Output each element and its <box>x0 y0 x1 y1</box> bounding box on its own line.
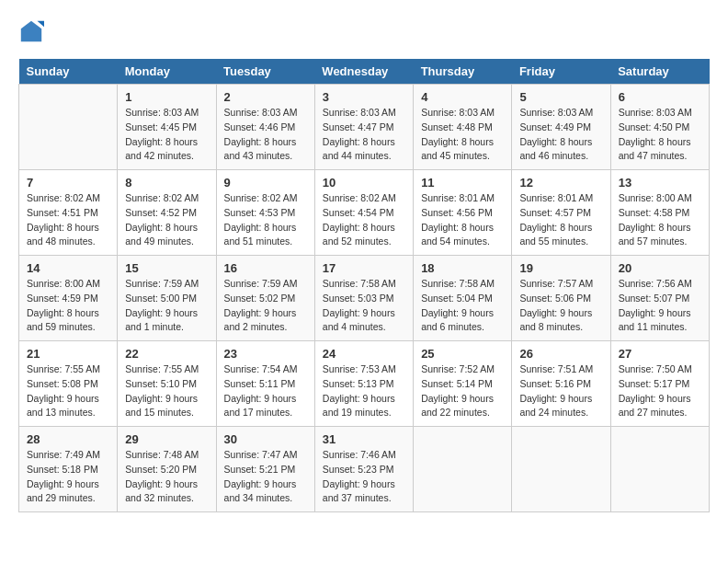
calendar-cell: 3Sunrise: 8:03 AMSunset: 4:47 PMDaylight… <box>314 85 413 170</box>
day-number: 7 <box>27 176 109 190</box>
calendar-cell: 6Sunrise: 8:03 AMSunset: 4:50 PMDaylight… <box>610 85 709 170</box>
calendar-cell <box>19 85 118 170</box>
calendar-cell: 16Sunrise: 7:59 AMSunset: 5:02 PMDayligh… <box>216 256 314 341</box>
day-number: 11 <box>421 176 504 190</box>
weekday-header-wednesday: Wednesday <box>314 59 413 85</box>
svg-marker-0 <box>21 21 41 41</box>
calendar-cell: 9Sunrise: 8:02 AMSunset: 4:53 PMDaylight… <box>216 170 314 256</box>
day-number: 6 <box>619 90 701 104</box>
day-info: Sunrise: 7:58 AMSunset: 5:04 PMDaylight:… <box>421 277 504 335</box>
calendar-cell <box>414 427 512 512</box>
calendar-table: SundayMondayTuesdayWednesdayThursdayFrid… <box>18 59 710 512</box>
day-info: Sunrise: 7:49 AMSunset: 5:18 PMDaylight:… <box>27 448 109 506</box>
day-info: Sunrise: 8:02 AMSunset: 4:53 PMDaylight:… <box>224 191 307 249</box>
day-number: 25 <box>421 347 504 361</box>
calendar-cell: 4Sunrise: 8:03 AMSunset: 4:48 PMDaylight… <box>414 85 512 170</box>
day-number: 26 <box>519 347 602 361</box>
calendar-cell: 21Sunrise: 7:55 AMSunset: 5:08 PMDayligh… <box>19 341 118 427</box>
calendar-week-row: 1Sunrise: 8:03 AMSunset: 4:45 PMDaylight… <box>19 85 710 170</box>
logo-icon <box>18 18 44 44</box>
day-info: Sunrise: 7:55 AMSunset: 5:10 PMDaylight:… <box>125 362 208 420</box>
calendar-cell: 12Sunrise: 8:01 AMSunset: 4:57 PMDayligh… <box>512 170 610 256</box>
calendar-cell: 5Sunrise: 8:03 AMSunset: 4:49 PMDaylight… <box>512 85 610 170</box>
day-number: 8 <box>125 176 208 190</box>
calendar-cell: 14Sunrise: 8:00 AMSunset: 4:59 PMDayligh… <box>19 256 118 341</box>
day-info: Sunrise: 7:59 AMSunset: 5:02 PMDaylight:… <box>224 277 307 335</box>
calendar-week-row: 7Sunrise: 8:02 AMSunset: 4:51 PMDaylight… <box>19 170 710 256</box>
day-info: Sunrise: 8:03 AMSunset: 4:47 PMDaylight:… <box>323 106 405 164</box>
day-number: 12 <box>519 176 602 190</box>
calendar-cell: 31Sunrise: 7:46 AMSunset: 5:23 PMDayligh… <box>314 427 413 512</box>
day-number: 5 <box>519 90 602 104</box>
calendar-cell: 22Sunrise: 7:55 AMSunset: 5:10 PMDayligh… <box>118 341 216 427</box>
calendar-cell: 8Sunrise: 8:02 AMSunset: 4:52 PMDaylight… <box>118 170 216 256</box>
day-number: 30 <box>224 432 307 446</box>
day-info: Sunrise: 8:00 AMSunset: 4:59 PMDaylight:… <box>27 277 109 335</box>
day-info: Sunrise: 7:54 AMSunset: 5:11 PMDaylight:… <box>224 362 307 420</box>
day-info: Sunrise: 7:47 AMSunset: 5:21 PMDaylight:… <box>224 448 307 506</box>
day-info: Sunrise: 7:58 AMSunset: 5:03 PMDaylight:… <box>323 277 405 335</box>
day-number: 20 <box>619 261 701 275</box>
calendar-cell: 25Sunrise: 7:52 AMSunset: 5:14 PMDayligh… <box>414 341 512 427</box>
day-info: Sunrise: 8:03 AMSunset: 4:49 PMDaylight:… <box>519 106 602 164</box>
day-number: 31 <box>323 432 405 446</box>
day-number: 2 <box>224 90 307 104</box>
calendar-cell: 11Sunrise: 8:01 AMSunset: 4:56 PMDayligh… <box>414 170 512 256</box>
day-info: Sunrise: 7:51 AMSunset: 5:16 PMDaylight:… <box>519 362 602 420</box>
day-info: Sunrise: 8:03 AMSunset: 4:48 PMDaylight:… <box>421 106 504 164</box>
day-info: Sunrise: 7:55 AMSunset: 5:08 PMDaylight:… <box>27 362 109 420</box>
day-info: Sunrise: 7:48 AMSunset: 5:20 PMDaylight:… <box>125 448 208 506</box>
day-info: Sunrise: 7:59 AMSunset: 5:00 PMDaylight:… <box>125 277 208 335</box>
day-number: 9 <box>224 176 307 190</box>
day-number: 10 <box>323 176 405 190</box>
calendar-cell <box>512 427 610 512</box>
calendar-cell: 24Sunrise: 7:53 AMSunset: 5:13 PMDayligh… <box>314 341 413 427</box>
weekday-header-thursday: Thursday <box>414 59 512 85</box>
day-info: Sunrise: 8:02 AMSunset: 4:51 PMDaylight:… <box>27 191 109 249</box>
day-number: 19 <box>519 261 602 275</box>
day-number: 29 <box>125 432 208 446</box>
calendar-cell: 19Sunrise: 7:57 AMSunset: 5:06 PMDayligh… <box>512 256 610 341</box>
day-number: 21 <box>27 347 109 361</box>
day-number: 18 <box>421 261 504 275</box>
day-info: Sunrise: 7:50 AMSunset: 5:17 PMDaylight:… <box>619 362 701 420</box>
calendar-cell: 10Sunrise: 8:02 AMSunset: 4:54 PMDayligh… <box>314 170 413 256</box>
day-number: 27 <box>619 347 701 361</box>
weekday-header-tuesday: Tuesday <box>216 59 314 85</box>
logo <box>18 18 48 44</box>
day-number: 24 <box>323 347 405 361</box>
day-info: Sunrise: 8:00 AMSunset: 4:58 PMDaylight:… <box>619 191 701 249</box>
weekday-header-saturday: Saturday <box>610 59 709 85</box>
day-info: Sunrise: 8:03 AMSunset: 4:45 PMDaylight:… <box>125 106 208 164</box>
day-number: 15 <box>125 261 208 275</box>
day-number: 22 <box>125 347 208 361</box>
calendar-cell <box>610 427 709 512</box>
calendar-cell: 23Sunrise: 7:54 AMSunset: 5:11 PMDayligh… <box>216 341 314 427</box>
day-info: Sunrise: 7:52 AMSunset: 5:14 PMDaylight:… <box>421 362 504 420</box>
calendar-week-row: 14Sunrise: 8:00 AMSunset: 4:59 PMDayligh… <box>19 256 710 341</box>
day-info: Sunrise: 7:57 AMSunset: 5:06 PMDaylight:… <box>519 277 602 335</box>
calendar-cell: 26Sunrise: 7:51 AMSunset: 5:16 PMDayligh… <box>512 341 610 427</box>
svg-marker-1 <box>38 21 44 28</box>
day-number: 16 <box>224 261 307 275</box>
calendar-cell: 27Sunrise: 7:50 AMSunset: 5:17 PMDayligh… <box>610 341 709 427</box>
day-number: 3 <box>323 90 405 104</box>
calendar-cell: 2Sunrise: 8:03 AMSunset: 4:46 PMDaylight… <box>216 85 314 170</box>
day-number: 28 <box>27 432 109 446</box>
calendar-cell: 1Sunrise: 8:03 AMSunset: 4:45 PMDaylight… <box>118 85 216 170</box>
calendar-cell: 29Sunrise: 7:48 AMSunset: 5:20 PMDayligh… <box>118 427 216 512</box>
calendar-cell: 17Sunrise: 7:58 AMSunset: 5:03 PMDayligh… <box>314 256 413 341</box>
calendar-week-row: 28Sunrise: 7:49 AMSunset: 5:18 PMDayligh… <box>19 427 710 512</box>
day-number: 17 <box>323 261 405 275</box>
page-header <box>18 18 710 44</box>
day-info: Sunrise: 8:01 AMSunset: 4:56 PMDaylight:… <box>421 191 504 249</box>
day-number: 13 <box>619 176 701 190</box>
calendar-cell: 7Sunrise: 8:02 AMSunset: 4:51 PMDaylight… <box>19 170 118 256</box>
day-number: 1 <box>125 90 208 104</box>
day-number: 23 <box>224 347 307 361</box>
day-info: Sunrise: 8:02 AMSunset: 4:52 PMDaylight:… <box>125 191 208 249</box>
calendar-cell: 13Sunrise: 8:00 AMSunset: 4:58 PMDayligh… <box>610 170 709 256</box>
day-info: Sunrise: 8:03 AMSunset: 4:50 PMDaylight:… <box>619 106 701 164</box>
calendar-cell: 20Sunrise: 7:56 AMSunset: 5:07 PMDayligh… <box>610 256 709 341</box>
calendar-cell: 28Sunrise: 7:49 AMSunset: 5:18 PMDayligh… <box>19 427 118 512</box>
